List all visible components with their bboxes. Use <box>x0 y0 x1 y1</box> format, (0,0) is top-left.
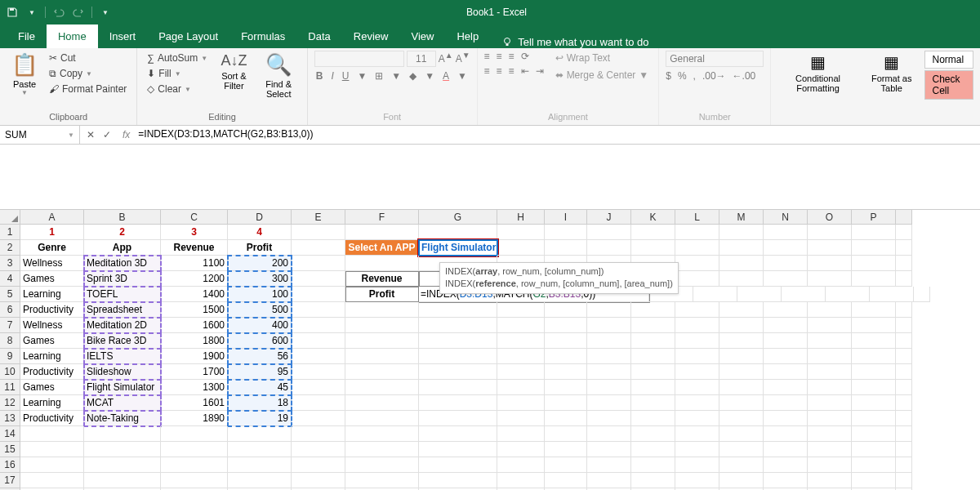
row-header[interactable]: 10 <box>0 364 20 380</box>
cell[interactable] <box>292 473 345 488</box>
cell[interactable] <box>345 318 419 333</box>
cell[interactable] <box>419 380 497 395</box>
bold-button[interactable]: B <box>316 70 323 82</box>
cell[interactable]: TOEFL <box>84 287 161 302</box>
cell[interactable] <box>764 473 808 488</box>
cell[interactable]: 3 <box>161 225 228 240</box>
cell[interactable]: 56 <box>228 349 292 364</box>
cell[interactable]: 1601 <box>161 395 228 411</box>
cell[interactable] <box>896 225 912 240</box>
cell[interactable] <box>545 426 587 442</box>
cell[interactable] <box>228 442 292 457</box>
cell[interactable] <box>808 225 852 240</box>
col-header[interactable]: B <box>84 210 161 225</box>
cancel-formula-icon[interactable]: ✕ <box>87 129 95 140</box>
cell[interactable]: 45 <box>228 380 292 395</box>
number-format-dropdown[interactable]: General <box>666 51 764 67</box>
cell[interactable] <box>497 395 545 411</box>
cell[interactable] <box>292 426 345 442</box>
cell[interactable] <box>808 302 852 318</box>
style-check-cell[interactable]: Check Cell <box>924 70 973 100</box>
cell[interactable] <box>852 457 896 473</box>
cell[interactable] <box>808 349 852 364</box>
cell[interactable]: 1200 <box>161 271 228 287</box>
cell[interactable] <box>545 473 587 488</box>
cell[interactable] <box>675 411 719 426</box>
cell[interactable] <box>808 271 852 287</box>
cell[interactable]: Productivity <box>20 364 84 380</box>
cell[interactable] <box>737 287 782 302</box>
cell[interactable] <box>719 333 764 349</box>
cell[interactable] <box>896 364 912 380</box>
cell[interactable] <box>808 457 852 473</box>
cell[interactable] <box>292 442 345 457</box>
cell[interactable] <box>228 426 292 442</box>
cell[interactable] <box>587 395 631 411</box>
cell[interactable] <box>419 473 497 488</box>
cell[interactable] <box>345 426 419 442</box>
cell[interactable] <box>852 256 896 271</box>
clear-button[interactable]: ◇Clear ▼ <box>144 82 211 96</box>
cell[interactable] <box>675 364 719 380</box>
row-header[interactable]: 15 <box>0 442 20 457</box>
cell[interactable] <box>545 395 587 411</box>
cell[interactable] <box>675 457 719 473</box>
cell[interactable] <box>631 473 675 488</box>
cell[interactable] <box>545 380 587 395</box>
cell[interactable] <box>852 411 896 426</box>
cell[interactable] <box>870 287 914 302</box>
cell[interactable] <box>419 302 497 318</box>
cell[interactable]: 1600 <box>161 318 228 333</box>
cell[interactable]: Flight Simulator <box>84 380 161 395</box>
cell[interactable] <box>587 442 631 457</box>
cell[interactable] <box>587 364 631 380</box>
cut-button[interactable]: ✂Cut <box>46 51 130 65</box>
cell[interactable] <box>631 364 675 380</box>
cell[interactable] <box>719 318 764 333</box>
cell[interactable]: 1 <box>20 225 84 240</box>
cell[interactable] <box>292 457 345 473</box>
cell[interactable] <box>497 364 545 380</box>
cell[interactable]: MCAT <box>84 395 161 411</box>
cell[interactable] <box>228 457 292 473</box>
cell[interactable] <box>631 442 675 457</box>
cell[interactable] <box>292 411 345 426</box>
cell[interactable] <box>631 302 675 318</box>
cell[interactable] <box>808 426 852 442</box>
col-header[interactable]: K <box>631 210 675 225</box>
col-header[interactable]: L <box>675 210 719 225</box>
cell[interactable] <box>675 240 719 256</box>
cell[interactable] <box>497 442 545 457</box>
formula-input[interactable]: =INDEX(D3:D13,MATCH(G2,B3:B13,0)) <box>135 126 980 144</box>
cell[interactable] <box>896 256 912 271</box>
cell[interactable]: 300 <box>228 271 292 287</box>
cell[interactable] <box>161 442 228 457</box>
cell[interactable] <box>84 442 161 457</box>
cell[interactable]: 1890 <box>161 411 228 426</box>
cell[interactable]: 19 <box>228 411 292 426</box>
row-header[interactable]: 12 <box>0 395 20 411</box>
cell[interactable] <box>84 457 161 473</box>
cell[interactable] <box>719 380 764 395</box>
cell[interactable]: Games <box>20 380 84 395</box>
cell[interactable] <box>292 287 345 302</box>
cell[interactable] <box>852 364 896 380</box>
style-normal[interactable]: Normal <box>924 51 973 69</box>
cell[interactable] <box>292 302 345 318</box>
cell[interactable] <box>20 442 84 457</box>
row-header[interactable]: 1 <box>0 225 20 240</box>
cell[interactable] <box>764 426 808 442</box>
cell[interactable] <box>764 349 808 364</box>
tab-view[interactable]: View <box>399 24 445 48</box>
tab-formulas[interactable]: Formulas <box>229 24 296 48</box>
cell[interactable] <box>631 380 675 395</box>
cell[interactable] <box>675 225 719 240</box>
cell[interactable] <box>896 457 912 473</box>
row-header[interactable]: 5 <box>0 287 20 302</box>
cell[interactable] <box>764 442 808 457</box>
col-header[interactable]: O <box>808 210 852 225</box>
cell[interactable] <box>587 349 631 364</box>
cell[interactable] <box>675 380 719 395</box>
cell[interactable] <box>782 287 826 302</box>
cell[interactable] <box>20 473 84 488</box>
